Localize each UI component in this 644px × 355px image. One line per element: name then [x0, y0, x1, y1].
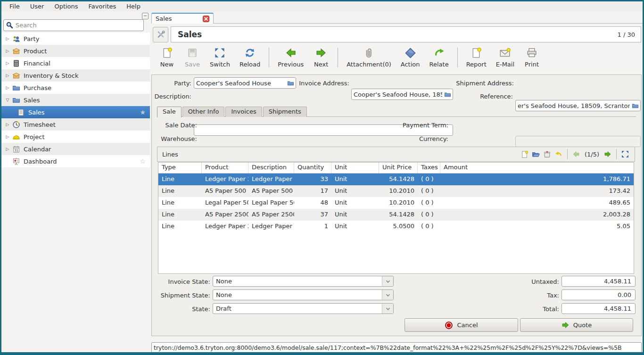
sidebar-item-sales[interactable]: ▽ Sales: [1, 94, 150, 106]
toolbar-separator: [616, 149, 617, 159]
favorite-star-icon[interactable]: ★: [140, 108, 146, 116]
folder-icon[interactable]: [443, 90, 452, 99]
cancel-button[interactable]: Cancel: [405, 318, 518, 332]
new-button[interactable]: New: [154, 45, 180, 72]
expander-icon[interactable]: ▷: [4, 73, 11, 78]
menu-options[interactable]: Options: [49, 1, 83, 12]
cell-taxes: ( 0 ): [418, 197, 440, 209]
sidebar-item-sales-child[interactable]: Sales ★: [1, 106, 150, 118]
clock-icon: [12, 121, 20, 129]
expander-icon[interactable]: ▷: [4, 122, 11, 127]
party-field[interactable]: [194, 77, 296, 89]
sidebar-item-project[interactable]: ▷ Project: [1, 131, 150, 143]
tab-invoices[interactable]: Invoices: [225, 107, 262, 117]
line-next-button[interactable]: [602, 149, 613, 160]
menu-favorites[interactable]: Favorites: [83, 1, 122, 12]
switch-button[interactable]: Switch: [205, 45, 235, 72]
relate-button[interactable]: Relate: [425, 45, 454, 72]
table-row[interactable]: Line Ledger Paper 2 Ledger Paper 2 1 Uni…: [158, 221, 634, 232]
col-unit-price[interactable]: Unit Price: [379, 163, 418, 173]
sidebar-item-product[interactable]: ▷ Product: [1, 45, 150, 57]
sidebar-search[interactable]: [3, 19, 144, 31]
sidebar-item-label: Timesheet: [24, 121, 150, 128]
col-quantity[interactable]: Quantity: [294, 163, 331, 173]
sidebar-item-timesheet[interactable]: ▷ Timesheet: [1, 118, 150, 131]
expander-icon[interactable]: ▷: [4, 36, 11, 41]
menu-help[interactable]: Help: [121, 1, 146, 12]
col-unit[interactable]: Unit: [331, 163, 379, 173]
cell-unit-price: 10.2010: [379, 197, 418, 209]
col-amount[interactable]: Amount: [440, 163, 634, 173]
print-button[interactable]: Print: [519, 45, 545, 72]
sidebar-item-calendar[interactable]: ▷ Calendar: [1, 143, 150, 155]
sidebar-item-inventory[interactable]: ▷ Inventory & Stock: [1, 69, 150, 82]
menubar: File User Options Favorites Help: [1, 1, 643, 12]
reference-input[interactable]: [518, 137, 638, 146]
line-delete-button[interactable]: [542, 149, 553, 160]
sidebar-minimize-button[interactable]: −: [142, 13, 149, 19]
email-button[interactable]: E-Mail: [491, 45, 519, 72]
table-row[interactable]: Line Ledger Paper 2 Ledger Paper 2 33 Un…: [158, 173, 634, 185]
folder-icon[interactable]: [286, 79, 295, 87]
expander-icon[interactable]: ▷: [4, 85, 11, 90]
sidebar-item-purchase[interactable]: ▷ Purchase: [1, 82, 150, 94]
expander-icon[interactable]: ▷: [4, 147, 11, 151]
view-tools-button[interactable]: [153, 27, 168, 42]
next-button[interactable]: Next: [308, 45, 334, 72]
quote-button[interactable]: Quote: [520, 318, 633, 332]
table-row[interactable]: Line A5 Paper 500 A5 Paper 500 17 Unit 1…: [158, 185, 634, 197]
col-taxes[interactable]: Taxes: [418, 163, 440, 173]
cell-type: Line: [158, 209, 202, 221]
col-product[interactable]: Product: [202, 163, 248, 173]
toolbar: New Save Switch Reload Previous Next: [154, 45, 641, 72]
sidebar-item-financial[interactable]: ▷ Financial: [1, 57, 150, 69]
tab-other-info[interactable]: Other Info: [182, 107, 225, 117]
invoice-address-field[interactable]: [351, 89, 453, 100]
reload-button[interactable]: Reload: [235, 45, 265, 72]
table-row[interactable]: Line A5 Paper 2500 A5 Paper 2500 37 Unit…: [158, 209, 634, 221]
sidebar-item-party[interactable]: ▷ Party: [1, 33, 150, 45]
cell-amount: 1,786.71: [440, 173, 634, 185]
button-label: Switch: [210, 61, 230, 68]
search-input[interactable]: [16, 22, 141, 29]
document-list-icon: [17, 108, 25, 116]
state-select[interactable]: Draft: [213, 303, 394, 314]
line-new-button[interactable]: [519, 149, 530, 160]
save-button[interactable]: Save: [180, 45, 205, 72]
expander-icon[interactable]: ▷: [4, 49, 11, 53]
invoice-address-input[interactable]: [354, 90, 442, 99]
line-previous-button[interactable]: [570, 149, 582, 160]
line-open-button[interactable]: [530, 149, 542, 160]
expander-icon[interactable]: ▷: [4, 61, 11, 66]
favorite-star-outline-icon[interactable]: ☆: [140, 157, 146, 165]
line-undo-button[interactable]: [553, 149, 564, 160]
col-description[interactable]: Description: [248, 163, 294, 173]
expander-icon[interactable]: ▷: [4, 134, 11, 139]
notebook-tabs: Sale Other Info Invoices Shipments: [157, 107, 636, 117]
menu-file[interactable]: File: [4, 1, 25, 12]
expander-icon[interactable]: ▽: [4, 98, 11, 102]
invoice-state-select[interactable]: None: [213, 276, 394, 287]
previous-button[interactable]: Previous: [273, 45, 308, 72]
folder-icon: [12, 84, 20, 92]
button-label: Report: [466, 61, 487, 68]
sidebar-item-dashboard[interactable]: Dashboard ☆: [1, 155, 150, 167]
cell-unit-price: 5.0500: [379, 221, 418, 232]
tab-sales[interactable]: Sales: [151, 13, 214, 24]
reference-field[interactable]: [515, 136, 641, 147]
table-row[interactable]: Line Legal Paper 50 Legal Paper 50 48 Un…: [158, 197, 634, 209]
close-icon[interactable]: [203, 16, 209, 22]
action-button[interactable]: Action: [396, 45, 425, 72]
shipment-state-select[interactable]: None: [213, 289, 394, 300]
col-type[interactable]: Type: [158, 163, 202, 173]
attachment-button[interactable]: Attachment(0): [342, 45, 396, 72]
description-label: Description:: [155, 93, 191, 100]
invoice-address-label: Invoice Address:: [299, 80, 349, 87]
party-input[interactable]: [196, 78, 285, 88]
line-switch-button[interactable]: [619, 149, 631, 160]
menu-user[interactable]: User: [25, 1, 50, 12]
tab-sale[interactable]: Sale: [157, 107, 182, 117]
tab-shipments[interactable]: Shipments: [263, 107, 307, 117]
url-input[interactable]: [152, 343, 642, 351]
report-button[interactable]: Report: [462, 45, 491, 72]
